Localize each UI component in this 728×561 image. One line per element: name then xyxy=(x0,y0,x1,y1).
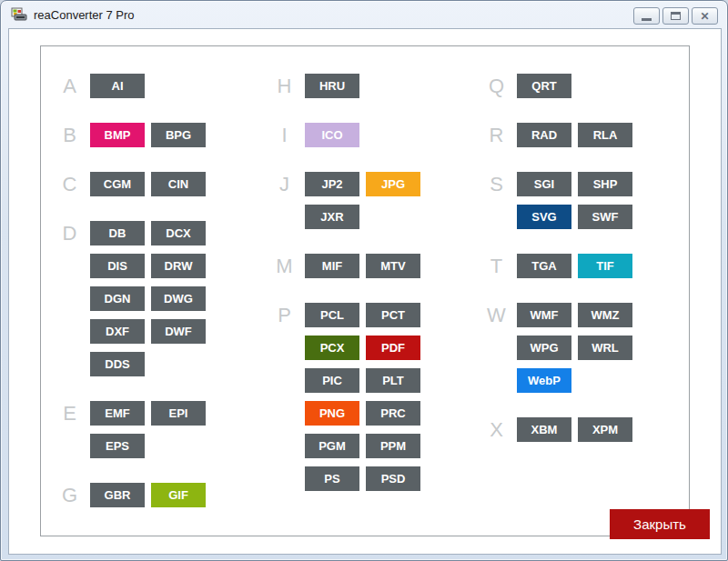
format-column-1: AAIBBMPBPGCCGMCINDDBDCXDISDRWDGNDWGDXFDW… xyxy=(56,74,206,507)
format-group-h: HHRU xyxy=(271,74,420,98)
format-button-ai[interactable]: AI xyxy=(90,74,145,98)
format-group-e: EEMFEPIEPS xyxy=(56,401,206,458)
close-dialog-button[interactable]: Закрыть xyxy=(610,509,710,539)
maximize-icon xyxy=(671,12,681,20)
format-group-i: IICO xyxy=(271,123,420,147)
titlebar[interactable]: reaConverter 7 Pro xyxy=(1,1,727,28)
format-column-3: QQRTRRADRLASSGISHPSVGSWFTTGATIFWWMFWMZWP… xyxy=(483,74,632,442)
group-letter: T xyxy=(483,254,510,278)
format-button-bmp[interactable]: BMP xyxy=(90,123,145,147)
format-button-db[interactable]: DB xyxy=(90,221,145,245)
format-button-dis[interactable]: DIS xyxy=(90,254,145,278)
format-button-sgi[interactable]: SGI xyxy=(517,172,571,196)
format-button-cgm[interactable]: CGM xyxy=(90,172,145,196)
format-button-wmz[interactable]: WMZ xyxy=(578,303,632,327)
format-group-g: GGBRGIF xyxy=(56,483,206,507)
format-button-gif[interactable]: GIF xyxy=(151,483,206,507)
format-button-wmf[interactable]: WMF xyxy=(517,303,571,327)
format-button-dwg[interactable]: DWG xyxy=(151,286,206,311)
format-button-drw[interactable]: DRW xyxy=(151,254,206,278)
format-group-s: SSGISHPSVGSWF xyxy=(483,172,632,229)
format-button-ps[interactable]: PS xyxy=(305,466,359,491)
format-button-xpm[interactable]: XPM xyxy=(578,417,632,442)
format-button-webp[interactable]: WebP xyxy=(517,368,571,393)
format-column-2: HHRUIICOJJP2JPGJXRMMIFMTVPPCLPCTPCXPDFPI… xyxy=(271,74,420,491)
format-button-dcx[interactable]: DCX xyxy=(151,221,206,245)
close-button[interactable]: ✕ xyxy=(692,7,718,25)
close-icon: ✕ xyxy=(700,11,709,22)
format-button-dxf[interactable]: DXF xyxy=(90,319,145,344)
group-letter: J xyxy=(271,172,298,196)
client-area: AAIBBMPBPGCCGMCINDDBDCXDISDRWDGNDWGDXFDW… xyxy=(8,28,722,555)
format-button-dds[interactable]: DDS xyxy=(90,352,145,376)
format-group-d: DDBDCXDISDRWDGNDWGDXFDWFDDS xyxy=(56,221,206,376)
format-button-pct[interactable]: PCT xyxy=(366,303,420,327)
format-button-pcx[interactable]: PCX xyxy=(305,336,359,360)
format-button-jxr[interactable]: JXR xyxy=(305,205,359,229)
format-button-cin[interactable]: CIN xyxy=(151,172,206,196)
format-button-psd[interactable]: PSD xyxy=(366,466,420,491)
format-button-pdf[interactable]: PDF xyxy=(366,336,420,360)
format-button-wpg[interactable]: WPG xyxy=(517,336,571,360)
group-letter: Q xyxy=(483,74,510,98)
group-letter: A xyxy=(56,74,83,98)
group-letter: W xyxy=(483,303,510,327)
group-letter: G xyxy=(56,483,83,507)
format-button-emf[interactable]: EMF xyxy=(90,401,145,426)
group-letter: I xyxy=(271,123,298,147)
format-group-b: BBMPBPG xyxy=(56,123,206,147)
group-letter: B xyxy=(56,123,83,147)
format-group-w: WWMFWMZWPGWRLWebP xyxy=(483,303,632,393)
format-button-wrl[interactable]: WRL xyxy=(578,336,632,360)
format-button-ppm[interactable]: PPM xyxy=(366,434,420,458)
group-letter: M xyxy=(271,254,298,278)
format-button-pic[interactable]: PIC xyxy=(305,368,359,393)
format-button-mtv[interactable]: MTV xyxy=(366,254,420,278)
format-group-a: AAI xyxy=(56,74,206,98)
format-button-rad[interactable]: RAD xyxy=(517,123,571,147)
format-group-c: CCGMCIN xyxy=(56,172,206,196)
format-button-pgm[interactable]: PGM xyxy=(305,434,359,458)
format-button-plt[interactable]: PLT xyxy=(366,368,420,393)
group-letter: D xyxy=(56,221,83,245)
format-button-png[interactable]: PNG xyxy=(305,401,359,426)
window-title: reaConverter 7 Pro xyxy=(34,8,135,22)
format-button-gbr[interactable]: GBR xyxy=(90,483,145,507)
minimize-icon xyxy=(642,18,652,21)
format-button-eps[interactable]: EPS xyxy=(90,434,145,458)
format-group-q: QQRT xyxy=(483,74,632,98)
format-button-mif[interactable]: MIF xyxy=(305,254,359,278)
format-button-hru[interactable]: HRU xyxy=(305,74,359,98)
app-window: reaConverter 7 Pro ✕ AAIBBMPBPGCCGMCINDD… xyxy=(0,0,728,561)
format-button-prc[interactable]: PRC xyxy=(366,401,420,426)
format-button-rla[interactable]: RLA xyxy=(578,123,632,147)
group-letter: C xyxy=(56,172,83,196)
group-letter: H xyxy=(271,74,298,98)
group-letter: P xyxy=(271,303,298,327)
group-letter: R xyxy=(483,123,510,147)
format-button-dgn[interactable]: DGN xyxy=(90,286,145,311)
format-button-svg[interactable]: SVG xyxy=(517,205,571,229)
format-button-jpg[interactable]: JPG xyxy=(366,172,420,196)
format-group-m: MMIFMTV xyxy=(271,254,420,278)
format-button-swf[interactable]: SWF xyxy=(578,205,632,229)
format-button-pcl[interactable]: PCL xyxy=(305,303,359,327)
format-button-tga[interactable]: TGA xyxy=(517,254,571,278)
format-group-j: JJP2JPGJXR xyxy=(271,172,420,229)
format-group-p: PPCLPCTPCXPDFPICPLTPNGPRCPGMPPMPSPSD xyxy=(271,303,420,491)
format-group-x: XXBMXPM xyxy=(483,417,632,442)
format-button-tif[interactable]: TIF xyxy=(578,254,632,278)
format-button-bpg[interactable]: BPG xyxy=(151,123,206,147)
format-button-ico[interactable]: ICO xyxy=(305,123,359,147)
minimize-button[interactable] xyxy=(633,7,660,25)
group-letter: X xyxy=(483,417,510,442)
format-button-qrt[interactable]: QRT xyxy=(517,74,571,98)
format-button-epi[interactable]: EPI xyxy=(151,401,206,426)
format-button-xbm[interactable]: XBM xyxy=(517,417,571,442)
format-group-r: RRADRLA xyxy=(483,123,632,147)
format-button-shp[interactable]: SHP xyxy=(578,172,632,196)
format-button-dwf[interactable]: DWF xyxy=(151,319,206,344)
maximize-button[interactable] xyxy=(662,7,689,25)
group-letter: S xyxy=(483,172,510,196)
format-button-jp2[interactable]: JP2 xyxy=(305,172,359,196)
